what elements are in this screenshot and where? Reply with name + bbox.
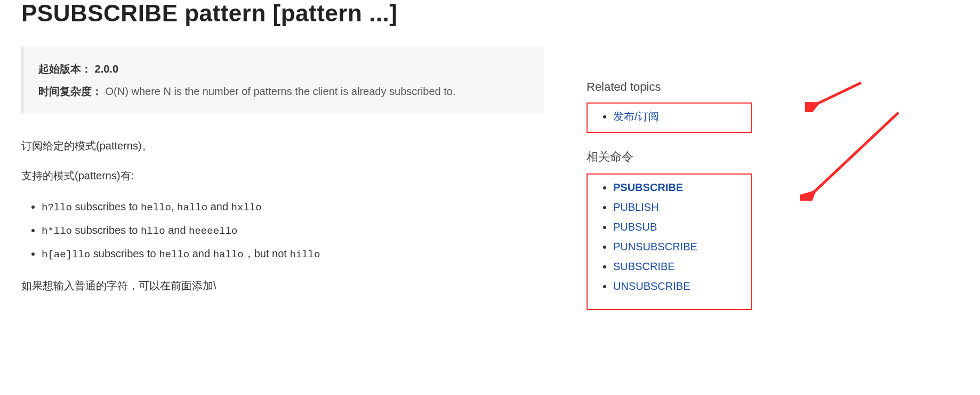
annotation-arrow-icon — [800, 110, 901, 201]
command-link[interactable]: PUBSUB — [613, 221, 657, 233]
command-link[interactable]: PSUBSCRIBE — [613, 181, 683, 193]
pattern-examples-list: h?llo subscribes to hello, hallo and hxl… — [21, 195, 544, 266]
code-pattern: h[ae]llo — [42, 249, 90, 260]
command-link[interactable]: PUBLISH — [613, 201, 659, 213]
code-literal: hello — [141, 202, 171, 214]
command-item: UNSUBSCRIBE — [613, 276, 743, 296]
pattern-example: h*llo subscribes to hllo and heeeello — [42, 219, 544, 242]
paragraph: 如果想输入普通的字符，可以在前面添加\ — [21, 275, 544, 296]
command-link[interactable]: PUNSUBSCRIBE — [613, 241, 697, 252]
code-pattern: h*llo — [42, 225, 72, 237]
annotation-arrow-icon — [805, 80, 864, 112]
command-item: PUBLISH — [613, 198, 743, 217]
command-item: PUNSUBSCRIBE — [613, 237, 743, 257]
related-commands-box: PSUBSCRIBEPUBLISHPUBSUBPUNSUBSCRIBESUBSC… — [587, 173, 752, 310]
since-box: 起始版本： 2.0.0 时间复杂度： O(N) where N is the n… — [21, 46, 544, 114]
command-item: PUBSUB — [613, 217, 743, 237]
since-label: 起始版本： — [38, 63, 92, 75]
related-topics-title: Related topics — [587, 80, 810, 94]
related-topic-link[interactable]: 发布/订阅 — [613, 110, 659, 122]
page: PSUBSCRIBE pattern [pattern ...] 起始版本： 2… — [21, 0, 959, 310]
pattern-example: h[ae]llo subscribes to hello and hallo，b… — [42, 242, 544, 266]
related-topics-box: 发布/订阅 — [587, 102, 752, 133]
command-item: SUBSCRIBE — [613, 257, 743, 276]
body-text: 订阅给定的模式(patterns)。 支持的模式(patterns)有: h?l… — [21, 136, 544, 296]
related-topics-list: 发布/订阅 — [595, 107, 743, 127]
since-value: 2.0.0 — [95, 63, 118, 75]
code-literal: hallo — [213, 249, 244, 260]
complexity-label: 时间复杂度： — [38, 85, 102, 97]
code-literal: hallo — [177, 202, 207, 214]
complexity-value: O(N) where N is the number of patterns t… — [106, 85, 456, 97]
code-literal: hllo — [141, 225, 165, 237]
related-commands-list: PSUBSCRIBEPUBLISHPUBSUBPUNSUBSCRIBESUBSC… — [595, 178, 743, 296]
command-link[interactable]: SUBSCRIBE — [613, 260, 675, 272]
paragraph: 订阅给定的模式(patterns)。 — [21, 136, 544, 156]
pattern-example: h?llo subscribes to hello, hallo and hxl… — [42, 195, 544, 219]
related-topic-item: 发布/订阅 — [613, 107, 743, 127]
code-literal: hillo — [290, 249, 320, 260]
code-literal: hello — [159, 249, 189, 260]
code-pattern: h?llo — [42, 202, 72, 214]
page-title: PSUBSCRIBE pattern [pattern ...] — [21, 0, 544, 27]
main-content: PSUBSCRIBE pattern [pattern ...] 起始版本： 2… — [21, 0, 544, 305]
command-item: PSUBSCRIBE — [613, 178, 743, 198]
sidebar: Related topics 发布/订阅 相关命令 PSUBSCRIBEPUBL… — [587, 0, 810, 310]
code-literal: heeeello — [189, 225, 237, 237]
related-commands-title: 相关命令 — [587, 149, 810, 165]
code-literal: hxllo — [231, 202, 262, 214]
paragraph: 支持的模式(patterns)有: — [21, 165, 544, 186]
command-link[interactable]: UNSUBSCRIBE — [613, 280, 690, 292]
